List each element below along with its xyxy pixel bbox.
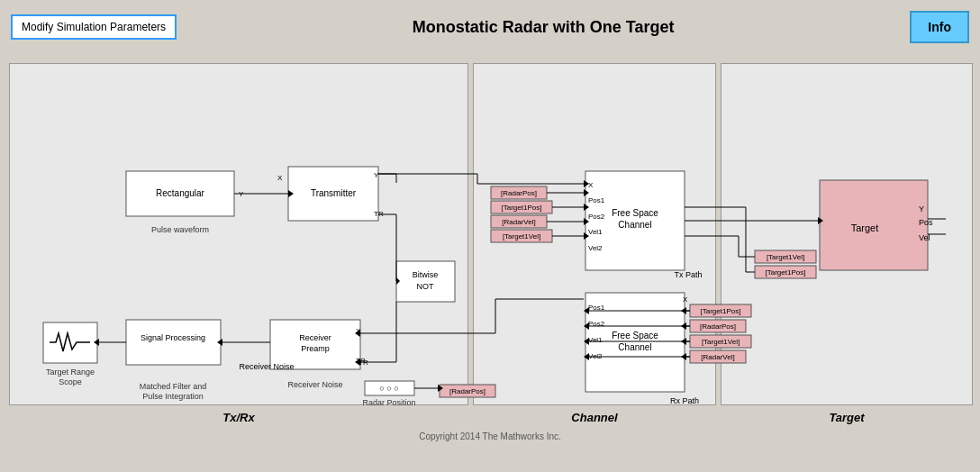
svg-text:Scope: Scope xyxy=(59,377,82,386)
svg-text:Pos2: Pos2 xyxy=(588,213,605,221)
svg-text:Vel1: Vel1 xyxy=(588,228,603,236)
svg-text:[Target1Pos]: [Target1Pos] xyxy=(502,204,542,212)
copyright-text: Copyright 2014 The Mathworks Inc. xyxy=(419,431,561,441)
svg-text:Receiver Noise: Receiver Noise xyxy=(287,380,342,389)
svg-text:Y: Y xyxy=(374,171,379,179)
svg-text:NOT: NOT xyxy=(417,282,435,291)
svg-text:[Target1Vel]: [Target1Vel] xyxy=(503,232,540,241)
modify-simulation-button[interactable]: Modify Simulation Parameters xyxy=(11,14,177,40)
svg-text:Target Range: Target Range xyxy=(46,368,95,377)
svg-text:Matched Filter and: Matched Filter and xyxy=(140,382,207,391)
svg-text:Receiver Noise: Receiver Noise xyxy=(239,362,294,371)
info-button[interactable]: Info xyxy=(910,11,969,43)
svg-text:Pulse Integration: Pulse Integration xyxy=(142,392,204,401)
svg-text:Vel1: Vel1 xyxy=(588,336,603,344)
svg-text:Preamp: Preamp xyxy=(301,344,330,353)
svg-text:[RadarVel]: [RadarVel] xyxy=(701,353,734,361)
svg-text:Tx Path: Tx Path xyxy=(674,270,702,279)
svg-text:[Target1Vel]: [Target1Vel] xyxy=(702,338,740,346)
svg-text:Channel: Channel xyxy=(618,220,651,230)
svg-text:[RadarPos]: [RadarPos] xyxy=(501,189,537,197)
svg-text:[RadarPos]: [RadarPos] xyxy=(700,322,736,331)
svg-text:TR: TR xyxy=(358,359,368,367)
svg-text:○ ○ ○: ○ ○ ○ xyxy=(379,384,398,393)
svg-text:[RadarVel]: [RadarVel] xyxy=(502,218,535,226)
svg-text:Radar Position: Radar Position xyxy=(362,398,415,405)
svg-text:[Target1Pos]: [Target1Pos] xyxy=(766,268,806,277)
svg-text:[Target1Pos]: [Target1Pos] xyxy=(701,307,741,315)
svg-text:Transmitter: Transmitter xyxy=(311,188,357,198)
svg-text:Bitwise: Bitwise xyxy=(413,270,439,279)
svg-text:[RadarPos]: [RadarPos] xyxy=(449,387,485,395)
diagram-svg: Rectangular Pulse waveform Transmitter Y… xyxy=(9,54,973,405)
page-title: Monostatic Radar with One Target xyxy=(177,18,910,37)
svg-text:Rx Path: Rx Path xyxy=(670,396,699,405)
channel-label: Channel xyxy=(474,411,715,424)
svg-text:Rectangular: Rectangular xyxy=(156,188,205,198)
svg-text:[Target1Vel]: [Target1Vel] xyxy=(767,253,804,261)
svg-text:Signal Processing: Signal Processing xyxy=(141,333,205,342)
svg-text:Pos2: Pos2 xyxy=(588,320,605,328)
svg-text:Receiver: Receiver xyxy=(299,333,331,342)
footer: Copyright 2014 The Mathworks Inc. xyxy=(9,431,971,441)
svg-text:Free Space: Free Space xyxy=(612,331,658,340)
target-section-label: Target xyxy=(721,411,972,424)
svg-text:X: X xyxy=(683,295,688,304)
txrx-label: Tx/Rx xyxy=(10,411,467,424)
svg-text:X: X xyxy=(588,181,594,189)
svg-text:Channel: Channel xyxy=(618,342,651,352)
svg-text:Y: Y xyxy=(919,204,924,213)
svg-text:Pos1: Pos1 xyxy=(588,196,605,204)
svg-text:X: X xyxy=(277,174,283,182)
svg-rect-19 xyxy=(126,320,221,365)
svg-text:Free Space: Free Space xyxy=(612,208,658,218)
svg-text:Pulse waveform: Pulse waveform xyxy=(151,225,209,234)
svg-text:Target: Target xyxy=(851,222,879,233)
diagram-area: Tx/Rx Channel Target Rectangular Pulse w… xyxy=(9,54,971,441)
svg-text:Vel2: Vel2 xyxy=(588,244,603,252)
